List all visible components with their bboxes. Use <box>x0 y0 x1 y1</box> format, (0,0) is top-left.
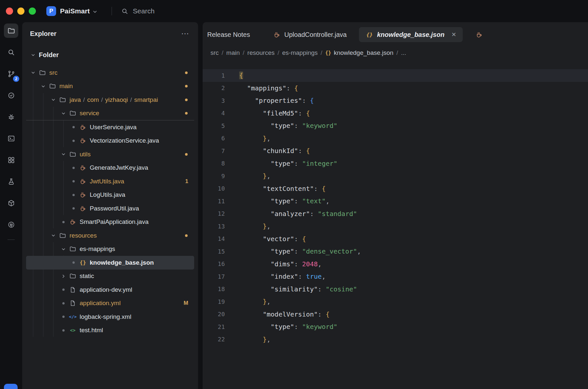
code-content[interactable]: "vector": { <box>225 235 588 243</box>
activity-code-review[interactable] <box>4 88 18 102</box>
chevron-down-icon[interactable] <box>30 70 36 75</box>
code-content[interactable]: "properties": { <box>225 97 588 104</box>
chevron-down-icon[interactable] <box>61 246 66 252</box>
line-number[interactable]: 20 <box>203 311 225 318</box>
chevron-down-icon[interactable] <box>61 111 66 116</box>
search-everywhere[interactable]: Search <box>121 7 155 15</box>
breadcrumb-src[interactable]: src <box>210 49 219 56</box>
line-number[interactable]: 5 <box>203 122 225 129</box>
tree-section-folder[interactable]: Folder <box>26 48 194 62</box>
activity-debug[interactable] <box>4 110 18 124</box>
bottom-app-icon[interactable] <box>4 384 18 389</box>
project-name[interactable]: PaiSmart <box>60 7 90 15</box>
line-number[interactable]: 16 <box>203 260 225 267</box>
activity-services[interactable] <box>4 217 18 232</box>
code-content[interactable]: "chunkId": { <box>225 147 588 155</box>
activity-tests[interactable] <box>4 174 18 189</box>
breadcrumb-main[interactable]: main <box>226 49 240 56</box>
line-number[interactable]: 3 <box>203 97 225 104</box>
line-number[interactable]: 22 <box>203 336 225 343</box>
line-number[interactable]: 10 <box>203 185 225 192</box>
chevron-down-icon[interactable] <box>51 233 56 238</box>
code-editor[interactable]: 1{2 "mappings": {3 "properties": {4 "fil… <box>203 61 588 389</box>
tree-file-passwordutil-java[interactable]: PasswordUtil.java <box>26 202 194 215</box>
tree-file-vectorizationservice-java[interactable]: VectorizationService.java <box>26 134 194 148</box>
code-content[interactable]: "index": true, <box>225 272 588 280</box>
line-number[interactable]: 17 <box>203 273 225 280</box>
tree-folder-java-com-yizhaoqi-smartpai[interactable]: java/com/yizhaoqi/smartpai <box>26 93 194 107</box>
tree-folder-utils[interactable]: utils <box>26 148 194 161</box>
tree-file-userservice-java[interactable]: UserService.java <box>26 120 194 134</box>
breadcrumb-resources[interactable]: resources <box>247 49 274 56</box>
tree-file-smartpaiapplication-java[interactable]: SmartPaiApplication.java <box>26 215 194 229</box>
code-content[interactable]: "type": "keyword" <box>225 122 588 130</box>
code-content[interactable]: }, <box>225 172 588 180</box>
chevron-down-icon[interactable] <box>61 151 66 157</box>
tree-file-test-html[interactable]: <>test.html <box>26 324 194 337</box>
code-content[interactable]: }, <box>225 298 588 305</box>
activity-version-control[interactable]: 2 <box>4 67 18 81</box>
chevron-down-icon[interactable] <box>92 9 98 15</box>
tree-folder-main[interactable]: main <box>26 80 194 93</box>
close-window-button[interactable] <box>6 8 13 15</box>
maximize-window-button[interactable] <box>29 8 36 15</box>
tree-file-jwtutils-java[interactable]: JwtUtils.java1 <box>26 175 194 188</box>
tab-knowledge-base-json[interactable]: {}knowledge_base.json✕ <box>359 27 463 42</box>
tree-file-knowledge-base-json[interactable]: {}knowledge_base.json <box>26 256 194 270</box>
chevron-down-icon[interactable] <box>51 97 56 102</box>
minimize-window-button[interactable] <box>17 8 24 15</box>
line-number[interactable]: 12 <box>203 210 225 217</box>
line-number[interactable]: 15 <box>203 248 225 255</box>
more-icon[interactable]: ⋯ <box>181 32 190 35</box>
chevron-right-icon[interactable] <box>61 273 66 279</box>
tree-file-application-yml[interactable]: application.ymlM <box>26 297 194 310</box>
tree-folder-src[interactable]: src <box>26 66 194 80</box>
activity-plugins[interactable] <box>4 153 18 167</box>
line-number[interactable]: 1 <box>203 72 225 79</box>
activity-project[interactable] <box>4 23 18 38</box>
activity-search[interactable] <box>4 45 18 59</box>
tab-edge-3[interactable] <box>465 27 493 42</box>
tree-folder-static[interactable]: static <box>26 270 194 283</box>
tree-file-logback-spring-xml[interactable]: </>logback-spring.xml <box>26 310 194 324</box>
tree-folder-es-mappings[interactable]: es-mappings <box>26 242 194 256</box>
line-number[interactable]: 11 <box>203 198 225 205</box>
tree-file-logutils-java[interactable]: LogUtils.java <box>26 188 194 202</box>
tree-folder-resources[interactable]: resources <box>26 229 194 242</box>
chevron-down-icon[interactable] <box>40 84 46 89</box>
activity-build[interactable] <box>4 196 18 210</box>
code-content[interactable]: }, <box>225 335 588 343</box>
code-content[interactable]: "similarity": "cosine" <box>225 285 588 293</box>
line-number[interactable]: 21 <box>203 323 225 330</box>
project-icon[interactable]: P <box>46 6 56 16</box>
code-content[interactable]: }, <box>225 134 588 142</box>
line-number[interactable]: 13 <box>203 223 225 230</box>
tab-release-notes[interactable]: Release Notes <box>203 27 260 42</box>
code-content[interactable]: "type": "dense_vector", <box>225 247 588 255</box>
breadcrumb-knowledge-base-json[interactable]: {}knowledge_base.json <box>325 49 394 56</box>
code-content[interactable]: "type": "integer" <box>225 160 588 167</box>
activity-terminal[interactable] <box>4 131 18 146</box>
code-content[interactable]: "type": "keyword" <box>225 323 588 331</box>
line-number[interactable]: 18 <box>203 286 225 292</box>
line-number[interactable]: 9 <box>203 173 225 179</box>
line-number[interactable]: 7 <box>203 148 225 154</box>
close-icon[interactable]: ✕ <box>451 31 456 38</box>
breadcrumb-es-mappings[interactable]: es-mappings <box>282 49 318 56</box>
code-content[interactable]: { <box>225 71 588 79</box>
tree-file-generatejwtkey-java[interactable]: GenerateJwtKey.java <box>26 161 194 175</box>
code-content[interactable]: "type": "text", <box>225 197 588 205</box>
line-number[interactable]: 8 <box>203 160 225 167</box>
code-content[interactable]: "modelVersion": { <box>225 310 588 318</box>
code-content[interactable]: "mappings": { <box>225 84 588 92</box>
line-number[interactable]: 14 <box>203 235 225 242</box>
tree-file-application-dev-yml[interactable]: application-dev.yml <box>26 283 194 297</box>
code-content[interactable]: "fileMd5": { <box>225 109 588 117</box>
line-number[interactable]: 2 <box>203 85 225 91</box>
tab-uploadcontroller-java[interactable]: UploadController.java <box>262 27 357 42</box>
breadcrumb-item[interactable]: ... <box>401 49 406 56</box>
line-number[interactable]: 19 <box>203 298 225 305</box>
tree-folder-service[interactable]: service <box>26 107 194 121</box>
line-number[interactable]: 6 <box>203 135 225 142</box>
code-content[interactable]: }, <box>225 222 588 230</box>
